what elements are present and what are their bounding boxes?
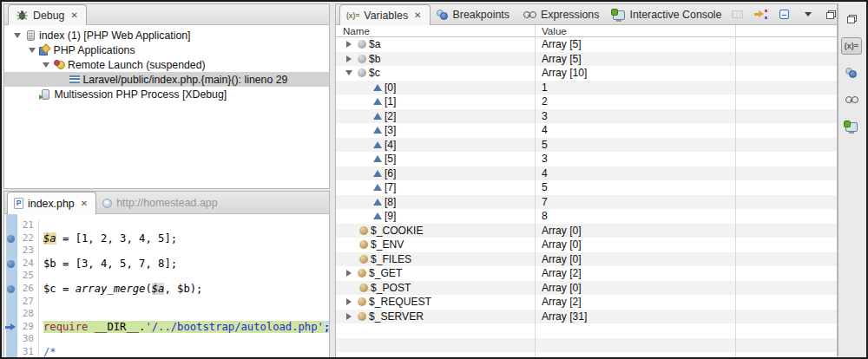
expressions-fastview-button[interactable] — [841, 91, 862, 108]
code-editor[interactable]: 2122$a = [1, 2, 3, 4, 5];2324$b = [3, 4,… — [4, 214, 329, 359]
expander-expand-icon[interactable] — [343, 55, 355, 62]
variable-row[interactable]: [7]5 — [336, 180, 837, 195]
show-type-names-button[interactable] — [730, 7, 746, 23]
breakpoints-fastview-button[interactable] — [841, 64, 862, 82]
gutter[interactable]: 25 — [4, 270, 39, 283]
close-icon[interactable]: ✕ — [81, 199, 88, 208]
close-icon[interactable]: ✕ — [71, 10, 78, 20]
editor-tab-http-homestead-app[interactable]: http://homestead.app — [96, 193, 225, 213]
variable-row[interactable]: $_REQUESTArray [2] — [336, 295, 837, 310]
tab-interactive-console[interactable]: Interactive Console — [607, 5, 729, 24]
debug-tree-item[interactable]: PHP Applications — [4, 42, 329, 57]
variable-row[interactable]: [8]7 — [336, 195, 837, 210]
variable-row[interactable]: [6]4 — [336, 166, 837, 181]
variable-row[interactable]: [5]3 — [336, 152, 837, 166]
code-line-25[interactable]: 25 — [4, 270, 329, 283]
minimize-restore-button[interactable] — [824, 7, 838, 23]
variable-row[interactable]: [4]5 — [336, 138, 837, 153]
code-text — [39, 219, 329, 232]
tab-debug[interactable]: Debug ✕ — [8, 4, 87, 25]
variable-name-cell: [7] — [336, 180, 535, 195]
column-header-value[interactable]: Value — [535, 25, 736, 37]
variable-row[interactable]: $_FILESArray [0] — [336, 252, 837, 267]
variable-name-cell: [0] — [336, 81, 535, 95]
code-line-28[interactable]: 28 — [4, 308, 329, 321]
debug-tree-item[interactable]: Remote Launch (suspended) — [4, 57, 329, 72]
expander-collapse-icon[interactable] — [343, 70, 355, 75]
collapse-all-button[interactable] — [777, 7, 792, 23]
code-line-29[interactable]: 29require __DIR__.'/../bootstrap/autoloa… — [4, 321, 329, 334]
variable-value-cell: Array [0] — [535, 252, 736, 267]
code-text: $a = [1, 2, 3, 4, 5]; — [39, 232, 329, 245]
tab-breakpoints[interactable]: Breakpoints — [431, 5, 517, 24]
gutter[interactable]: 27 — [4, 296, 39, 309]
interactive-console-fastview-button[interactable] — [841, 118, 862, 135]
variable-row[interactable]: $_POSTArray [0] — [336, 281, 837, 296]
line-number: 26 — [23, 283, 34, 294]
gutter[interactable]: 28 — [4, 308, 39, 321]
code-line-23[interactable]: 23 — [4, 245, 329, 258]
variable-row[interactable]: [9]8 — [336, 209, 837, 224]
gutter[interactable]: 29 — [4, 321, 39, 334]
variables-icon: (x)= — [845, 42, 858, 50]
close-icon[interactable]: ✕ — [414, 10, 421, 20]
breakpoint-icon[interactable] — [7, 260, 15, 268]
expander-expand-icon[interactable] — [343, 41, 355, 48]
line-number: 23 — [23, 245, 34, 256]
breakpoint-icon[interactable] — [7, 285, 15, 293]
variable-row[interactable]: $cArray [10] — [336, 66, 837, 81]
gutter[interactable]: 21 — [4, 219, 39, 232]
code-line-22[interactable]: 22$a = [1, 2, 3, 4, 5]; — [4, 232, 329, 245]
code-line-26[interactable]: 26$c = array_merge($a, $b); — [4, 283, 329, 296]
line-number: 28 — [23, 308, 34, 319]
instruction-pointer-icon — [5, 323, 16, 331]
show-logical-structure-button[interactable] — [753, 7, 769, 23]
variable-row[interactable]: [3]4 — [336, 123, 837, 138]
line-number: 22 — [23, 232, 34, 244]
variable-row[interactable]: [2]3 — [336, 109, 837, 124]
variable-value-cell: 4 — [535, 123, 736, 138]
expander-collapse-icon[interactable] — [40, 62, 52, 68]
code-line-24[interactable]: 24$b = [3, 4, 5, 7, 8]; — [4, 258, 329, 271]
code-line-21[interactable]: 21 — [4, 219, 329, 232]
column-header-name[interactable]: Name — [343, 25, 370, 37]
code-line-27[interactable]: 27 — [4, 296, 329, 309]
code-line-30[interactable]: 30 — [4, 333, 329, 346]
tab-variables[interactable]: (x)=Variables✕ — [339, 4, 431, 25]
variables-fastview-button[interactable]: (x)= — [841, 37, 862, 55]
expander-expand-icon[interactable] — [343, 270, 355, 277]
view-menu-button[interactable] — [800, 7, 816, 23]
gutter[interactable]: 22 — [4, 232, 39, 245]
debug-tree-item[interactable]: index (1) [PHP Web Application] — [4, 28, 329, 42]
expander-collapse-icon[interactable] — [26, 48, 38, 53]
breakpoint-icon[interactable] — [7, 235, 15, 243]
variable-row[interactable]: $_SERVERArray [31] — [336, 310, 837, 324]
variable-row[interactable]: $aArray [5] — [336, 37, 837, 52]
variables-tabstrip: (x)=Variables✕BreakpointsExpressionsInte… — [336, 4, 837, 25]
debug-tree-item[interactable]: Multisession PHP Process [XDebug] — [4, 87, 329, 101]
variable-row[interactable]: $_GETArray [2] — [336, 266, 837, 281]
expander-expand-icon[interactable] — [343, 313, 355, 320]
variable-name-cell: [4] — [336, 138, 535, 153]
tab-expressions[interactable]: Expressions — [517, 5, 608, 24]
debug-tree-item[interactable]: Laravel/public/index.php.{main}(): linen… — [4, 72, 329, 87]
editor-tab-index-php[interactable]: Pindex.php✕ — [7, 192, 96, 214]
variable-row[interactable]: $_ENVArray [0] — [336, 238, 837, 252]
globe-icon — [102, 199, 112, 208]
code-line-31[interactable]: 31/* — [4, 346, 329, 359]
variable-row[interactable]: [0]1 — [336, 81, 837, 95]
gutter[interactable]: 31 — [4, 346, 39, 359]
variable-row[interactable]: $bArray [5] — [336, 52, 837, 67]
gutter[interactable]: 26 — [4, 283, 39, 296]
variable-name: [3] — [385, 124, 396, 136]
variable-row[interactable]: $_COOKIEArray [0] — [336, 224, 837, 238]
expander-expand-icon[interactable] — [343, 298, 355, 305]
restore-view-fastview-button[interactable] — [841, 10, 862, 28]
gutter[interactable]: 23 — [4, 245, 39, 258]
gutter[interactable]: 30 — [4, 333, 39, 346]
expander-collapse-icon[interactable] — [11, 33, 23, 38]
debug-launch-tree: index (1) [PHP Web Application]PHP Appli… — [4, 25, 329, 101]
variable-value: Array [5] — [542, 38, 582, 50]
gutter[interactable]: 24 — [4, 258, 39, 271]
variable-row[interactable]: [1]2 — [336, 95, 837, 109]
